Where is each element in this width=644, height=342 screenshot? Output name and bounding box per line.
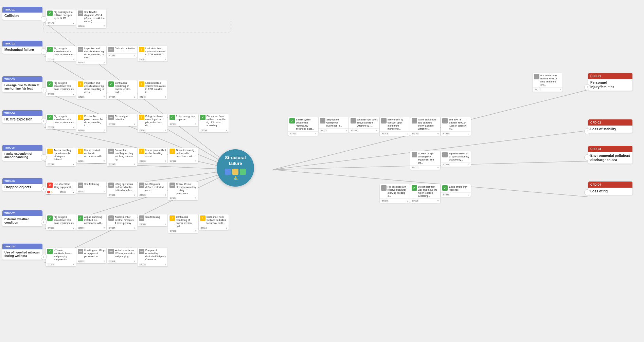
hazard-mechanical-arrow[interactable]: › bbox=[41, 49, 47, 55]
barrier-expand[interactable]: ∨ bbox=[468, 132, 469, 135]
barrier-expand[interactable]: ∨ bbox=[345, 129, 347, 132]
barrier-status-yellow: ! bbox=[47, 149, 53, 154]
barrier-expand[interactable]: ∨ bbox=[437, 132, 439, 135]
barrier-expand[interactable]: ∨ bbox=[164, 194, 166, 196]
barrier-expand[interactable]: ∨ bbox=[134, 227, 136, 229]
barrier-expand[interactable]: ∨ bbox=[103, 260, 105, 263]
barrier-status-gray: — bbox=[108, 183, 114, 188]
barrier-expand[interactable]: ∨ bbox=[134, 123, 136, 126]
barrier-drop-2: — Sea fastening BT301 ∨ bbox=[76, 182, 106, 193]
barrier-expand[interactable]: ∨ bbox=[73, 58, 74, 61]
barrier-expand[interactable]: ∨ bbox=[103, 129, 105, 132]
barrier-expand[interactable]: ∨ bbox=[195, 160, 197, 163]
consequence-personnel: CFD-01 Personnel injury/fatalities bbox=[588, 73, 632, 91]
barrier-expand[interactable]: ∨ bbox=[437, 200, 439, 202]
barrier-expand[interactable]: ∨ bbox=[134, 163, 136, 166]
consequence-env-id: CFD-03 bbox=[588, 146, 632, 152]
barrier-tag: BT321 bbox=[442, 132, 450, 135]
center-icons bbox=[225, 169, 246, 175]
barrier-text: Inspection and classification of rig doo… bbox=[84, 81, 105, 94]
barrier-expand[interactable]: ∨ bbox=[164, 58, 166, 61]
barrier-expand[interactable]: ∨ bbox=[103, 227, 105, 229]
barrier-expand[interactable]: ∨ bbox=[134, 54, 136, 57]
consequence-rig-arrow[interactable]: ‹ bbox=[584, 189, 590, 195]
barrier-expand[interactable]: ∨ bbox=[134, 194, 136, 196]
barrier-tag: BT309 bbox=[169, 230, 177, 232]
barrier-nitro-2: — Handling and lifting of equipment perf… bbox=[76, 248, 106, 263]
barrier-status-gray: — bbox=[442, 118, 448, 124]
barrier-expand[interactable]: ∨ bbox=[103, 61, 105, 64]
barrier-mech-1: ✓ Rig design in accordance with class re… bbox=[46, 46, 76, 61]
hazard-leakage-arrow[interactable]: › bbox=[41, 87, 47, 93]
barrier-tag: BT229 bbox=[47, 93, 55, 95]
hazard-anchor-title: Faulty execution of anchor handling bbox=[2, 151, 42, 161]
barrier-status-gray: — bbox=[78, 183, 83, 188]
barrier-expand[interactable]: ∨ bbox=[134, 96, 136, 98]
barrier-weath-5: ! Continuous monitoring of anchor tensio… bbox=[168, 214, 198, 233]
barrier-expand[interactable]: ∨ bbox=[195, 123, 197, 126]
barrier-text: Lifting operations performed within defi… bbox=[115, 183, 136, 192]
barrier-expand[interactable]: ∨ bbox=[164, 129, 166, 132]
barrier-text: Sea fastening bbox=[84, 183, 105, 186]
barrier-tag: BT285 bbox=[78, 96, 85, 98]
barrier-expand[interactable]: ∨ bbox=[73, 227, 74, 229]
barrier-expand[interactable]: ∨ bbox=[164, 96, 166, 98]
barrier-text: Leak detection system with alarms in CCR… bbox=[145, 47, 166, 56]
barrier-expand[interactable]: ∨ bbox=[407, 200, 408, 202]
barrier-expand[interactable]: ∨ bbox=[103, 190, 105, 193]
barrier-tag: BT304 bbox=[169, 197, 177, 200]
consequence-personnel-arrow[interactable]: ‹ bbox=[584, 84, 590, 90]
hazard-anchor-arrow[interactable]: › bbox=[41, 154, 47, 160]
barrier-expand[interactable]: ∨ bbox=[103, 160, 105, 163]
barrier-expand[interactable]: ∨ bbox=[195, 230, 197, 232]
consequence-env-arrow[interactable]: ‹ bbox=[584, 154, 590, 160]
barrier-status-green: ✓ bbox=[47, 11, 53, 16]
barrier-status-gray: — bbox=[412, 152, 417, 157]
barrier-expand[interactable]: ∨ bbox=[73, 93, 74, 95]
barrier-expand[interactable]: ∨ bbox=[134, 260, 136, 263]
hazard-nitrogen-arrow[interactable]: › bbox=[41, 254, 47, 260]
barrier-expand[interactable]: ∨ bbox=[73, 191, 74, 193]
barrier-expand[interactable]: ∨ bbox=[73, 126, 74, 129]
barrier-stab-3: — Weather tight doors above damage water… bbox=[349, 117, 379, 133]
barrier-text: N2-tanks, manifolds, hoses and pumping e… bbox=[54, 249, 74, 261]
barrier-expand[interactable]: ∨ bbox=[103, 96, 105, 98]
barrier-expand[interactable]: ∨ bbox=[73, 163, 74, 166]
hazard-dropped-arrow[interactable]: › bbox=[41, 186, 47, 192]
barrier-text: Rig is designed for collision energies u… bbox=[54, 11, 74, 20]
barrier-status-green: ✓ bbox=[289, 118, 295, 124]
hazard-collision-arrow[interactable]: › bbox=[41, 16, 47, 22]
barrier-text: Water basin below N2 tank, manifolds and… bbox=[115, 249, 136, 258]
barrier-expand[interactable]: ∨ bbox=[437, 166, 439, 169]
barrier-tag: BT213 bbox=[289, 132, 297, 135]
barrier-tag: BT218 bbox=[351, 129, 358, 132]
barrier-expand[interactable]: ∨ bbox=[73, 263, 74, 266]
barrier-expand[interactable]: ∨ bbox=[376, 129, 378, 132]
hazard-weather-arrow[interactable]: › bbox=[41, 219, 47, 225]
barrier-expand[interactable]: ∨ bbox=[103, 25, 105, 27]
legend-icon-blue bbox=[225, 169, 231, 175]
barrier-expand[interactable]: ∨ bbox=[559, 88, 561, 91]
barrier-expand[interactable]: ∨ bbox=[164, 263, 166, 266]
barrier-expand[interactable]: ∨ bbox=[164, 223, 166, 226]
barrier-mech-3: — Cathodic protection BT286 ∨ bbox=[107, 46, 137, 58]
barrier-expand[interactable]: ∨ bbox=[73, 22, 74, 24]
consequence-stability-arrow[interactable]: ‹ bbox=[584, 128, 590, 134]
barrier-nitro-3: — Water basin below N2 tank, manifolds a… bbox=[107, 248, 137, 263]
barrier-expand[interactable]: ∨ bbox=[195, 197, 197, 200]
barrier-expand[interactable]: ∨ bbox=[226, 129, 227, 132]
barrier-tag: BT311 bbox=[47, 263, 55, 266]
hazard-nitrogen-id: TRIK-08 bbox=[2, 244, 42, 249]
barrier-status-green: ✓ bbox=[78, 215, 83, 221]
barrier-expand[interactable]: ∨ bbox=[315, 132, 317, 135]
hazard-hcfire-arrow[interactable]: › bbox=[41, 118, 47, 124]
barrier-expand[interactable]: ∨ bbox=[468, 193, 469, 196]
barrier-tag: BT179 bbox=[47, 22, 55, 24]
barrier-expand[interactable]: ∨ bbox=[226, 227, 227, 229]
barrier-expand[interactable]: ∨ bbox=[407, 132, 408, 135]
barrier-expand[interactable]: ∨ bbox=[468, 163, 469, 166]
barrier-tag: BT229 bbox=[47, 126, 55, 129]
center-warning: ⚠ bbox=[233, 175, 238, 181]
consequence-rig: CFD-04 Loss of rig bbox=[588, 182, 632, 195]
barrier-expand[interactable]: ∨ bbox=[164, 160, 166, 163]
